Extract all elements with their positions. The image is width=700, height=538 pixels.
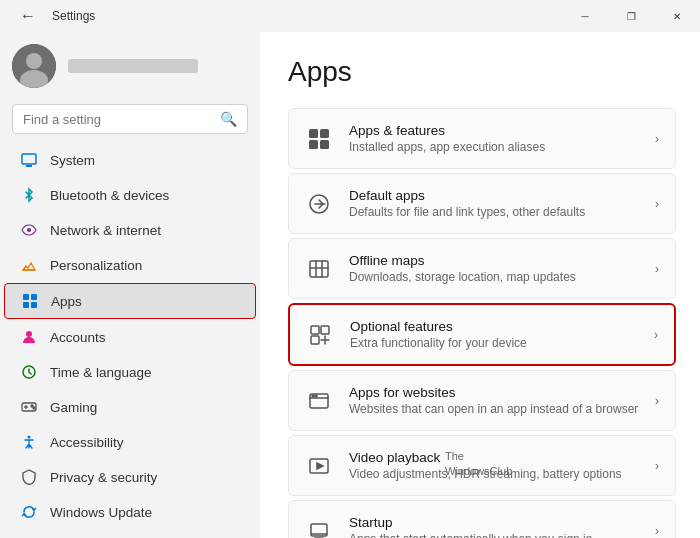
sidebar-item-system[interactable]: System: [4, 143, 256, 177]
title-bar-controls: ─ ❐ ✕: [562, 0, 700, 32]
svg-rect-24: [310, 261, 328, 277]
update-icon: [20, 503, 38, 521]
app-body: 🔍 System Blue: [0, 32, 700, 538]
title-bar: ← Settings ─ ❐ ✕: [0, 0, 700, 32]
offline-maps-icon: [305, 255, 333, 283]
sidebar-item-accounts[interactable]: Accounts: [4, 320, 256, 354]
settings-item-apps-websites[interactable]: Apps for websites Websites that can open…: [288, 370, 676, 431]
back-button[interactable]: ←: [12, 0, 44, 32]
svg-point-18: [28, 436, 31, 439]
privacy-icon: [20, 468, 38, 486]
apps-features-desc: Installed apps, app execution aliases: [349, 140, 639, 154]
sidebar-item-accounts-label: Accounts: [50, 330, 106, 345]
close-button[interactable]: ✕: [654, 0, 700, 32]
offline-maps-chevron: ›: [655, 262, 659, 276]
maximize-button[interactable]: ❐: [608, 0, 654, 32]
svg-point-1: [26, 53, 42, 69]
svg-rect-20: [320, 129, 329, 138]
bluetooth-icon: [20, 186, 38, 204]
sidebar-item-gaming-label: Gaming: [50, 400, 97, 415]
svg-point-32: [315, 395, 317, 397]
svg-point-31: [312, 395, 314, 397]
sidebar-header: [0, 36, 260, 100]
accessibility-icon: [20, 433, 38, 451]
sidebar-item-apps-label: Apps: [51, 294, 82, 309]
svg-rect-3: [22, 154, 36, 164]
apps-websites-title: Apps for websites: [349, 385, 639, 400]
svg-rect-19: [309, 129, 318, 138]
svg-point-5: [27, 228, 31, 232]
svg-point-16: [31, 405, 33, 407]
page-title: Apps: [288, 56, 676, 88]
sidebar-item-apps[interactable]: Apps: [4, 283, 256, 319]
apps-features-title: Apps & features: [349, 123, 639, 138]
apps-websites-desc: Websites that can open in an app instead…: [349, 402, 639, 416]
startup-text: Startup Apps that start automatically wh…: [349, 515, 639, 538]
settings-item-startup[interactable]: Startup Apps that start automatically wh…: [288, 500, 676, 538]
settings-item-default-apps[interactable]: Default apps Defaults for file and link …: [288, 173, 676, 234]
startup-desc: Apps that start automatically when you s…: [349, 532, 639, 538]
system-icon: [20, 151, 38, 169]
sidebar-item-network[interactable]: Network & internet: [4, 213, 256, 247]
svg-rect-27: [311, 336, 319, 344]
watermark-line2: WindowsClub: [445, 465, 512, 477]
sidebar-item-network-label: Network & internet: [50, 223, 161, 238]
sidebar-item-system-label: System: [50, 153, 95, 168]
apps-websites-chevron: ›: [655, 394, 659, 408]
offline-maps-title: Offline maps: [349, 253, 639, 268]
apps-features-chevron: ›: [655, 132, 659, 146]
settings-item-optional-features[interactable]: Optional features Extra functionality fo…: [288, 303, 676, 366]
default-apps-title: Default apps: [349, 188, 639, 203]
title-bar-title: Settings: [52, 9, 95, 23]
apps-icon: [21, 292, 39, 310]
apps-websites-icon: [305, 387, 333, 415]
time-icon: [20, 363, 38, 381]
network-icon: [20, 221, 38, 239]
svg-rect-22: [320, 140, 329, 149]
search-box[interactable]: 🔍: [12, 104, 248, 134]
optional-features-icon: [306, 321, 334, 349]
startup-chevron: ›: [655, 524, 659, 538]
title-bar-left: ← Settings: [12, 0, 95, 32]
sidebar-item-personalization[interactable]: Personalization: [4, 248, 256, 282]
svg-rect-7: [23, 294, 29, 300]
avatar: [12, 44, 56, 88]
apps-features-text: Apps & features Installed apps, app exec…: [349, 123, 639, 154]
minimize-button[interactable]: ─: [562, 0, 608, 32]
sidebar-item-personalization-label: Personalization: [50, 258, 142, 273]
settings-item-offline-maps[interactable]: Offline maps Downloads, storage location…: [288, 238, 676, 299]
startup-title: Startup: [349, 515, 639, 530]
search-input[interactable]: [23, 112, 212, 127]
optional-features-chevron: ›: [654, 328, 658, 342]
watermark: The WindowsClub: [445, 449, 512, 478]
accounts-icon: [20, 328, 38, 346]
optional-features-desc: Extra functionality for your device: [350, 336, 638, 350]
svg-point-11: [26, 331, 32, 337]
svg-marker-34: [317, 463, 323, 469]
sidebar-item-bluetooth[interactable]: Bluetooth & devices: [4, 178, 256, 212]
video-playback-chevron: ›: [655, 459, 659, 473]
sidebar-item-time[interactable]: Time & language: [4, 355, 256, 389]
apps-features-icon: [305, 125, 333, 153]
default-apps-text: Default apps Defaults for file and link …: [349, 188, 639, 219]
offline-maps-text: Offline maps Downloads, storage location…: [349, 253, 639, 284]
default-apps-chevron: ›: [655, 197, 659, 211]
sidebar-item-privacy-label: Privacy & security: [50, 470, 157, 485]
sidebar-item-privacy[interactable]: Privacy & security: [4, 460, 256, 494]
svg-rect-8: [31, 294, 37, 300]
sidebar-item-accessibility[interactable]: Accessibility: [4, 425, 256, 459]
sidebar-item-update[interactable]: Windows Update: [4, 495, 256, 529]
main-panel: Apps Apps & features Installed apps, app…: [260, 32, 700, 538]
sidebar-item-accessibility-label: Accessibility: [50, 435, 124, 450]
user-name-bar: [68, 59, 198, 73]
svg-rect-4: [26, 165, 32, 167]
nav-items: System Bluetooth & devices: [0, 142, 260, 538]
settings-item-apps-features[interactable]: Apps & features Installed apps, app exec…: [288, 108, 676, 169]
default-apps-icon: [305, 190, 333, 218]
svg-rect-25: [311, 326, 319, 334]
svg-rect-10: [31, 302, 37, 308]
svg-rect-9: [23, 302, 29, 308]
watermark-line1: The: [445, 450, 464, 462]
sidebar-item-gaming[interactable]: Gaming: [4, 390, 256, 424]
svg-rect-26: [321, 326, 329, 334]
